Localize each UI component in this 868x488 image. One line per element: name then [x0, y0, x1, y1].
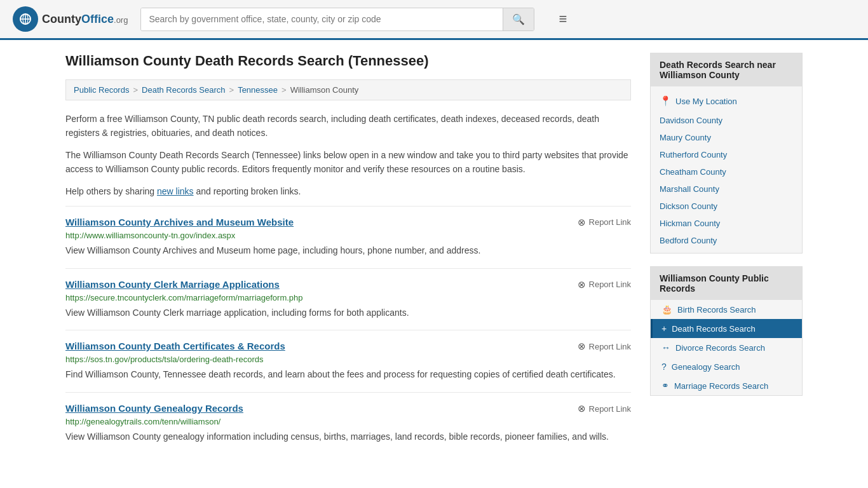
sidebar: Death Records Search near Williamson Cou… — [650, 53, 803, 454]
logo-text: CountyOffice.org — [42, 13, 128, 26]
nearby-county-4[interactable]: Marshall County — [651, 180, 802, 198]
public-record-item-3[interactable]: ? Genealogy Search — [651, 357, 802, 376]
breadcrumb-current: Williamson County — [290, 85, 359, 95]
nearby-body: 📍 Use My Location Davidson CountyMaury C… — [651, 86, 802, 253]
nearby-county-0[interactable]: Davidson County — [651, 112, 802, 129]
public-records-body: 🎂 Birth Records Search + Death Records S… — [651, 300, 802, 395]
resource-header-3: Williamson County Genealogy Records ⊗ Re… — [65, 403, 631, 414]
description-para1: Perform a free Williamson County, TN pub… — [65, 112, 631, 140]
resource-desc-3: View Williamson County genealogy informa… — [65, 430, 631, 444]
breadcrumb-sep-1: > — [133, 85, 138, 95]
breadcrumb-sep-2: > — [229, 85, 234, 95]
resource-title-3[interactable]: Williamson County Genealogy Records — [65, 403, 243, 414]
breadcrumb-public-records[interactable]: Public Records — [74, 85, 129, 95]
use-location-item[interactable]: 📍 Use My Location — [651, 90, 802, 112]
report-link-0[interactable]: ⊗ Report Link — [578, 217, 631, 228]
report-link-3[interactable]: ⊗ Report Link — [578, 403, 631, 414]
public-record-link-1[interactable]: Death Records Search — [672, 324, 756, 334]
use-location-label: Use My Location — [675, 97, 737, 106]
main-container: Williamson County Death Records Search (… — [53, 40, 815, 467]
public-record-icon-4: ⚭ — [661, 381, 669, 391]
resources-list: Williamson County Archives and Museum We… — [65, 206, 631, 452]
resource-entry-2: Williamson County Death Certificates & R… — [65, 330, 631, 390]
description-para3: Help others by sharing new links and rep… — [65, 184, 631, 198]
public-record-icon-2: ↔ — [661, 342, 670, 353]
report-label-3: Report Link — [589, 404, 631, 414]
public-record-icon-0: 🎂 — [661, 304, 672, 315]
search-bar: 🔍 — [140, 8, 534, 31]
page-title: Williamson County Death Records Search (… — [65, 53, 631, 69]
breadcrumb-death-records-search[interactable]: Death Records Search — [142, 85, 226, 95]
nearby-header: Death Records Search near Williamson Cou… — [651, 53, 802, 86]
new-links-link[interactable]: new links — [157, 186, 194, 196]
breadcrumb: Public Records > Death Records Search > … — [65, 79, 631, 100]
resource-entry-3: Williamson County Genealogy Records ⊗ Re… — [65, 392, 631, 452]
public-record-link-2[interactable]: Divorce Records Search — [675, 343, 765, 353]
resource-desc-1: View Williamson County Clerk marriage ap… — [65, 306, 631, 320]
nearby-county-6[interactable]: Hickman County — [651, 215, 802, 232]
search-input[interactable] — [141, 8, 503, 30]
resource-title-0[interactable]: Williamson County Archives and Museum We… — [65, 217, 294, 227]
resource-desc-0: View Williamson County Archives and Muse… — [65, 244, 631, 258]
public-record-item-1[interactable]: + Death Records Search — [651, 319, 802, 338]
resource-header-0: Williamson County Archives and Museum We… — [65, 217, 631, 228]
logo-icon — [13, 6, 38, 32]
hamburger-menu-button[interactable]: ≡ — [553, 8, 572, 30]
resource-header-1: Williamson County Clerk Marriage Applica… — [65, 279, 631, 290]
nearby-county-3[interactable]: Cheatham County — [651, 163, 802, 180]
public-record-link-0[interactable]: Birth Records Search — [677, 305, 756, 315]
resource-entry-0: Williamson County Archives and Museum We… — [65, 206, 631, 266]
pin-icon: 📍 — [660, 95, 672, 107]
resource-title-1[interactable]: Williamson County Clerk Marriage Applica… — [65, 279, 280, 290]
nearby-counties-list: Davidson CountyMaury CountyRutherford Co… — [651, 112, 802, 249]
breadcrumb-sep-3: > — [281, 85, 287, 95]
logo[interactable]: CountyOffice.org — [13, 6, 128, 32]
header: CountyOffice.org 🔍 ≡ — [0, 0, 868, 40]
report-icon-1: ⊗ — [578, 279, 586, 290]
report-link-2[interactable]: ⊗ Report Link — [578, 341, 631, 352]
public-record-item-4[interactable]: ⚭ Marriage Records Search — [651, 376, 802, 395]
resource-url-3[interactable]: http://genealogytrails.com/tenn/williams… — [65, 417, 631, 426]
resource-url-1[interactable]: https://secure.tncountyclerk.com/marriag… — [65, 293, 631, 302]
public-record-item-0[interactable]: 🎂 Birth Records Search — [651, 300, 802, 319]
public-records-section: Williamson County Public Records 🎂 Birth… — [650, 266, 803, 396]
search-button[interactable]: 🔍 — [503, 8, 534, 30]
public-record-icon-3: ? — [661, 362, 667, 372]
nearby-county-7[interactable]: Bedford County — [651, 232, 802, 249]
report-label-2: Report Link — [589, 342, 631, 351]
resource-desc-2: Find Williamson County, Tennessee death … — [65, 368, 631, 382]
breadcrumb-tennessee[interactable]: Tennessee — [238, 85, 278, 95]
content-area: Williamson County Death Records Search (… — [65, 53, 631, 454]
public-records-header: Williamson County Public Records — [651, 267, 802, 300]
resource-url-2[interactable]: https://sos.tn.gov/products/tsla/orderin… — [65, 355, 631, 364]
nearby-county-2[interactable]: Rutherford County — [651, 146, 802, 163]
public-record-icon-1: + — [661, 323, 667, 334]
report-label-0: Report Link — [589, 217, 631, 227]
hamburger-icon: ≡ — [559, 11, 567, 27]
report-link-1[interactable]: ⊗ Report Link — [578, 279, 631, 290]
report-label-1: Report Link — [589, 280, 631, 289]
nearby-county-1[interactable]: Maury County — [651, 129, 802, 146]
nearby-county-5[interactable]: Dickson County — [651, 198, 802, 215]
resource-url-0[interactable]: http://www.williamsoncounty-tn.gov/index… — [65, 231, 631, 240]
public-record-link-4[interactable]: Marriage Records Search — [674, 381, 768, 391]
public-record-item-2[interactable]: ↔ Divorce Records Search — [651, 338, 802, 357]
public-record-link-3[interactable]: Genealogy Search — [672, 362, 740, 372]
description-para2: The Williamson County Death Records Sear… — [65, 148, 631, 177]
nearby-section: Death Records Search near Williamson Cou… — [650, 53, 803, 254]
report-icon-3: ⊗ — [578, 403, 586, 414]
report-icon-0: ⊗ — [578, 217, 586, 228]
resource-title-2[interactable]: Williamson County Death Certificates & R… — [65, 341, 285, 351]
resource-entry-1: Williamson County Clerk Marriage Applica… — [65, 268, 631, 328]
resource-header-2: Williamson County Death Certificates & R… — [65, 341, 631, 352]
report-icon-2: ⊗ — [578, 341, 586, 352]
